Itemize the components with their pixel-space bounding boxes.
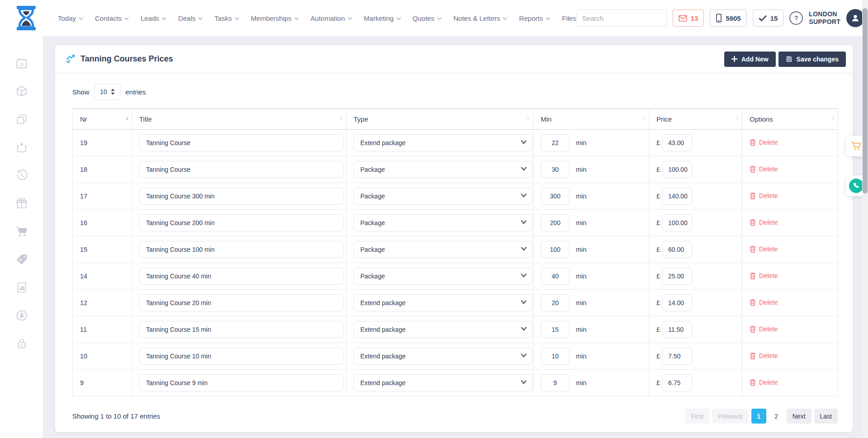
delete-button[interactable]: Delete <box>750 139 778 146</box>
pagination-page-1-button[interactable]: 1 <box>751 409 766 424</box>
package-icon[interactable] <box>15 85 28 98</box>
column-header-title[interactable]: Title↑↓ <box>132 109 346 130</box>
type-select[interactable]: Extend package <box>354 374 533 391</box>
type-select[interactable]: Package <box>354 161 533 178</box>
type-select[interactable]: Extend package <box>354 321 533 338</box>
delete-button[interactable]: Delete <box>750 379 778 386</box>
title-input[interactable] <box>139 241 344 258</box>
user-icon <box>850 13 860 23</box>
min-input[interactable] <box>541 188 570 205</box>
pagination-page-2-button[interactable]: 2 <box>769 409 784 424</box>
nav-item-memberships[interactable]: Memberships <box>251 14 299 22</box>
scrollbar-thumb[interactable] <box>863 8 868 193</box>
pagination-first-button[interactable]: First <box>685 409 709 424</box>
bag-download-icon[interactable] <box>15 141 28 154</box>
add-new-button[interactable]: Add New <box>724 52 776 67</box>
delete-button[interactable]: Delete <box>750 272 778 279</box>
price-tag-icon[interactable]: $ <box>15 253 28 266</box>
help-button[interactable]: ? <box>789 11 803 25</box>
cart-icon[interactable] <box>15 225 28 238</box>
history-icon[interactable] <box>15 169 28 182</box>
table-row: 19 Extend package min £ Delete <box>73 130 838 156</box>
nav-item-tasks[interactable]: Tasks <box>214 14 239 22</box>
nav-item-notes-letters[interactable]: Notes & Letters <box>453 14 507 22</box>
nav-item-marketing[interactable]: Marketing <box>364 14 401 22</box>
column-header-min[interactable]: Min↑↓ <box>533 109 649 130</box>
pagination-previous-button[interactable]: Previous <box>712 409 748 424</box>
scrollbar-track[interactable] <box>862 0 868 438</box>
type-select[interactable]: Extend package <box>354 134 533 151</box>
price-input[interactable] <box>662 214 692 231</box>
price-input[interactable] <box>662 161 692 178</box>
nav-item-today[interactable]: Today <box>58 14 83 22</box>
table-row: 9 Extend package min £ Delete <box>73 370 838 396</box>
price-input[interactable] <box>662 321 692 338</box>
type-select[interactable]: Extend package <box>354 348 533 365</box>
min-input[interactable] <box>541 214 570 231</box>
type-select[interactable]: Package <box>354 188 533 205</box>
delete-button[interactable]: Delete <box>750 165 778 173</box>
gift-icon[interactable] <box>15 197 28 210</box>
price-input[interactable] <box>662 188 692 205</box>
price-input[interactable] <box>662 241 692 258</box>
type-select[interactable]: Package <box>354 214 533 231</box>
type-select[interactable]: Package <box>354 241 533 258</box>
delete-button[interactable]: Delete <box>750 352 778 359</box>
delete-button[interactable]: Delete <box>750 245 778 253</box>
price-input[interactable] <box>662 294 692 311</box>
title-input[interactable] <box>139 268 344 285</box>
nav-item-automation[interactable]: Automation <box>311 14 352 22</box>
column-header-options[interactable]: Options↑↓ <box>742 109 838 130</box>
report-document-icon[interactable] <box>15 281 28 294</box>
lock-icon[interactable] <box>15 337 28 350</box>
nav-item-quotes[interactable]: Quotes <box>413 14 442 22</box>
title-input[interactable] <box>139 214 344 231</box>
app-logo-icon[interactable] <box>14 5 39 31</box>
price-input[interactable] <box>662 134 692 151</box>
min-input[interactable] <box>541 374 570 391</box>
tasks-badge[interactable]: 15 <box>753 9 784 27</box>
title-input[interactable] <box>139 348 344 365</box>
min-input[interactable] <box>541 321 570 338</box>
min-input[interactable] <box>541 348 570 365</box>
delete-button[interactable]: Delete <box>750 219 778 226</box>
title-input[interactable] <box>139 161 344 178</box>
nav-item-reports[interactable]: Reports <box>519 14 550 22</box>
price-input[interactable] <box>662 268 692 285</box>
delete-button[interactable]: Delete <box>750 192 778 199</box>
price-input[interactable] <box>662 374 692 391</box>
column-header-price[interactable]: Price↑↓ <box>649 109 742 130</box>
type-select[interactable]: Extend package <box>354 294 533 311</box>
delete-button[interactable]: Delete <box>750 325 778 333</box>
column-header-type[interactable]: Type↑↓ <box>346 109 533 130</box>
save-changes-button[interactable]: Save changes <box>778 52 846 67</box>
delete-button[interactable]: Delete <box>750 299 778 306</box>
nav-item-deals[interactable]: Deals <box>178 14 203 22</box>
copy-icon[interactable] <box>15 113 28 126</box>
min-input[interactable] <box>541 268 570 285</box>
pagination-last-button[interactable]: Last <box>814 409 838 424</box>
column-header-nr[interactable]: Nr↑↓ <box>73 109 132 130</box>
phone-badge[interactable]: 5905 <box>710 9 746 27</box>
delete-label: Delete <box>759 245 778 253</box>
min-input[interactable] <box>541 294 570 311</box>
title-input[interactable] <box>139 374 344 391</box>
price-input[interactable] <box>662 348 692 365</box>
min-input[interactable] <box>541 161 570 178</box>
title-input[interactable] <box>139 134 344 151</box>
nav-item-files[interactable]: Files <box>562 14 576 22</box>
min-input[interactable] <box>541 134 570 151</box>
nav-item-leads[interactable]: Leads <box>141 14 166 22</box>
pagination-next-button[interactable]: Next <box>787 409 811 424</box>
min-input[interactable] <box>541 241 570 258</box>
title-input[interactable] <box>139 321 344 338</box>
account-lock-icon[interactable] <box>15 309 28 322</box>
calendar-icon[interactable]: 12 <box>15 57 28 70</box>
title-input[interactable] <box>139 294 344 311</box>
search-input[interactable] <box>577 14 667 22</box>
nav-item-contacts[interactable]: Contacts <box>95 14 129 22</box>
page-length-select[interactable]: 10 <box>94 84 121 100</box>
type-select[interactable]: Package <box>354 268 533 285</box>
mail-badge[interactable]: 13 <box>673 9 704 27</box>
title-input[interactable] <box>139 188 344 205</box>
